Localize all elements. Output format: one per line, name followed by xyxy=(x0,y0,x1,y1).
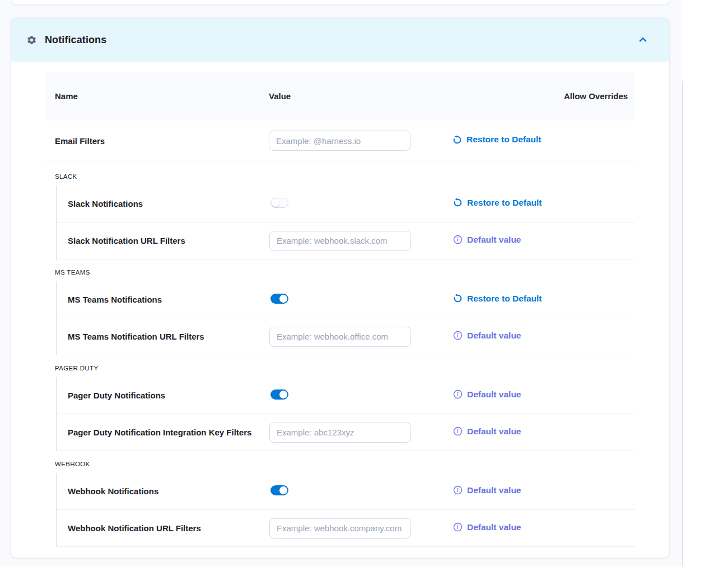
info-icon xyxy=(453,235,463,244)
default-value-indicator[interactable]: Default value xyxy=(453,522,521,532)
setting-label: MS Teams Notification URL Filters xyxy=(57,332,269,341)
info-icon xyxy=(453,485,463,495)
chevron-up-icon[interactable] xyxy=(638,35,648,45)
pager-duty-notifications-toggle[interactable] xyxy=(270,389,288,400)
toggle-knob xyxy=(272,199,279,207)
column-header-allow-overrides: Allow Overrides xyxy=(564,89,635,103)
restore-to-default-button[interactable]: Restore to Default xyxy=(453,198,542,208)
table-row-email-filters: Email Filters Restore to Default xyxy=(45,120,635,161)
table-row-slack-notifications: Slack Notifications Restore to Default xyxy=(57,185,635,222)
setting-label: Pager Duty Notification Integration Key … xyxy=(57,428,269,437)
ms-teams-url-filters-input[interactable] xyxy=(269,327,411,347)
default-value-indicator[interactable]: Default value xyxy=(453,389,521,400)
ms-teams-notifications-toggle[interactable] xyxy=(270,294,288,304)
gear-icon xyxy=(26,35,37,45)
table-row-webhook-url-filters: Webhook Notification URL Filters Default… xyxy=(57,510,635,547)
email-filters-input[interactable] xyxy=(269,131,410,151)
restore-to-default-button[interactable]: Restore to Default xyxy=(453,294,542,304)
group-label-webhook: WEBHOOK xyxy=(45,451,635,473)
info-icon xyxy=(453,331,463,340)
group-label-slack: SLACK xyxy=(45,161,635,185)
section-title: Notifications xyxy=(45,34,106,46)
table-row-pager-duty-notifications: Pager Duty Notifications Default value xyxy=(57,377,635,414)
table-row-slack-url-filters: Slack Notification URL Filters Default v… xyxy=(57,222,635,259)
settings-table: Name Value Allow Overrides Email Filters… xyxy=(45,72,635,547)
column-header-name: Name xyxy=(45,89,269,103)
toggle-knob xyxy=(279,295,287,303)
table-row-webhook-notifications: Webhook Notifications Default value xyxy=(57,473,635,510)
table-row-pager-duty-key-filters: Pager Duty Notification Integration Key … xyxy=(57,414,635,451)
toggle-knob xyxy=(279,486,287,494)
default-value-indicator[interactable]: Default value xyxy=(453,485,521,495)
setting-label: MS Teams Notifications xyxy=(57,295,269,304)
restore-icon xyxy=(453,294,463,303)
table-header-row: Name Value Allow Overrides xyxy=(45,72,635,120)
group-label-pager-duty: PAGER DUTY xyxy=(45,355,635,377)
table-row-ms-teams-url-filters: MS Teams Notification URL Filters Defaul… xyxy=(57,318,635,355)
setting-label: Email Filters xyxy=(45,136,269,146)
scroll-divider xyxy=(682,81,683,566)
group-pager-duty: Pager Duty Notifications Default value xyxy=(56,377,635,451)
group-ms-teams: MS Teams Notifications Restore to Defaul… xyxy=(56,281,635,355)
previous-section-card xyxy=(11,0,669,4)
pager-duty-key-filters-input[interactable] xyxy=(269,423,411,443)
slack-notifications-toggle[interactable] xyxy=(270,198,288,208)
group-label-ms-teams: MS TEAMS xyxy=(45,259,635,281)
restore-icon xyxy=(453,198,463,207)
info-icon xyxy=(453,389,463,399)
group-webhook: Webhook Notifications Default value W xyxy=(56,473,635,547)
setting-label: Webhook Notifications xyxy=(57,486,269,496)
table-row-ms-teams-notifications: MS Teams Notifications Restore to Defaul… xyxy=(57,281,635,318)
setting-label: Webhook Notification URL Filters xyxy=(57,523,269,533)
toggle-knob xyxy=(279,391,287,398)
info-icon xyxy=(453,522,463,532)
notifications-section-header[interactable]: Notifications xyxy=(11,18,669,62)
webhook-notifications-toggle[interactable] xyxy=(270,485,288,495)
restore-to-default-button[interactable]: Restore to Default xyxy=(452,134,542,145)
restore-icon xyxy=(452,135,462,145)
default-value-indicator[interactable]: Default value xyxy=(453,331,521,341)
column-header-value: Value xyxy=(269,89,452,103)
setting-label: Slack Notifications xyxy=(57,199,269,208)
setting-label: Slack Notification URL Filters xyxy=(57,236,269,245)
default-value-indicator[interactable]: Default value xyxy=(453,426,521,437)
setting-label: Pager Duty Notifications xyxy=(57,391,269,400)
info-icon xyxy=(453,426,463,436)
slack-url-filters-input[interactable] xyxy=(269,231,411,251)
group-slack: Slack Notifications Restore to Default S… xyxy=(56,185,635,259)
default-value-indicator[interactable]: Default value xyxy=(453,235,521,245)
notifications-section-card: Notifications Name Value Allow Overrides… xyxy=(11,18,669,558)
webhook-url-filters-input[interactable] xyxy=(269,518,411,539)
